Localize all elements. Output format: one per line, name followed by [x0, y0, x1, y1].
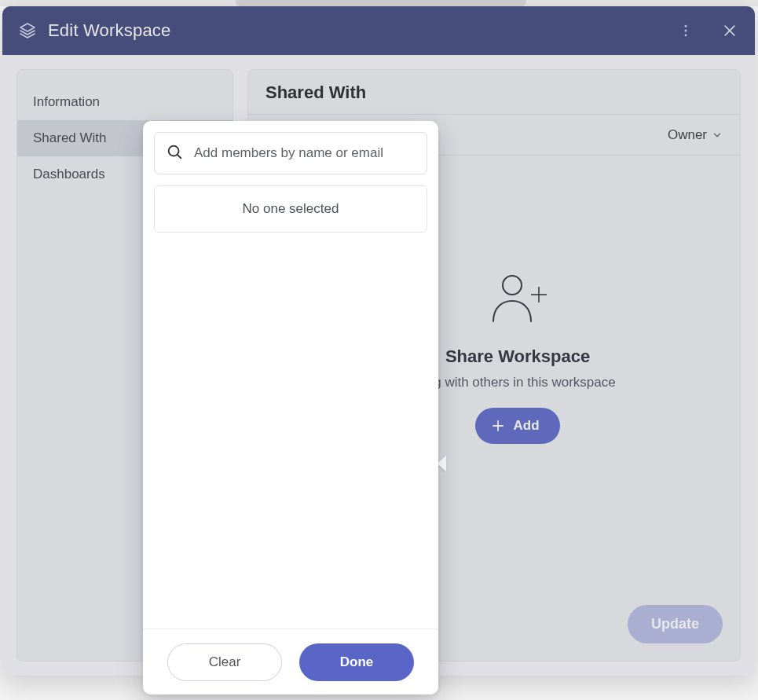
modal-title: Edit Workspace: [48, 20, 170, 41]
close-icon[interactable]: [720, 21, 739, 40]
sidebar-item-label: Information: [33, 94, 100, 109]
panel-title: Shared With: [248, 70, 740, 115]
sidebar-item-label: Shared With: [33, 130, 107, 145]
update-button[interactable]: Update: [628, 605, 723, 643]
user-add-icon: [482, 271, 553, 329]
empty-state-subtitle: ting with others in this workspace: [419, 375, 615, 390]
layers-icon: [18, 21, 37, 40]
add-button-label: Add: [513, 418, 539, 434]
modal-header: Edit Workspace: [2, 6, 755, 55]
add-members-popover: No one selected Clear Done: [143, 121, 438, 695]
empty-state-title: Share Workspace: [445, 346, 590, 367]
selection-status: No one selected: [154, 185, 427, 233]
member-search[interactable]: [154, 132, 427, 174]
done-button[interactable]: Done: [299, 643, 414, 681]
done-button-label: Done: [340, 654, 374, 669]
popover-footer: Clear Done: [143, 629, 438, 695]
member-search-input[interactable]: [194, 145, 416, 161]
role-label: Owner: [668, 127, 707, 143]
sidebar-item-information[interactable]: Information: [17, 84, 233, 120]
sidebar-item-label: Dashboards: [33, 167, 105, 181]
popover-body: [143, 233, 438, 629]
svg-line-12: [178, 155, 181, 158]
clear-button-label: Clear: [209, 654, 241, 669]
clear-button[interactable]: Clear: [167, 643, 282, 681]
chevron-down-icon: [712, 130, 723, 141]
search-icon: [166, 143, 183, 163]
plus-icon: [491, 419, 505, 433]
svg-point-2: [685, 30, 687, 32]
update-button-label: Update: [651, 616, 699, 632]
add-button[interactable]: Add: [475, 408, 559, 444]
svg-point-1: [685, 25, 687, 27]
role-dropdown[interactable]: Owner: [668, 127, 723, 143]
more-vertical-icon[interactable]: [676, 21, 695, 40]
svg-marker-0: [20, 24, 35, 31]
svg-point-6: [503, 276, 522, 295]
svg-point-3: [685, 34, 687, 36]
